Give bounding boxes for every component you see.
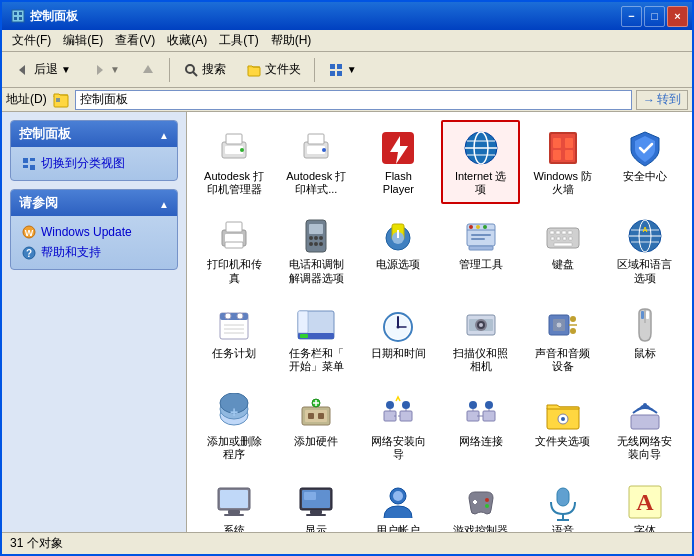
svg-rect-31: [308, 134, 324, 144]
network-wizard-icon: [378, 393, 418, 433]
svg-rect-148: [228, 510, 240, 514]
icon-network-wizard[interactable]: 网络安装向导: [359, 385, 437, 469]
svg-rect-48: [226, 222, 242, 232]
security-center-icon: [625, 128, 665, 168]
svg-rect-73: [562, 231, 566, 234]
icon-game-controllers[interactable]: 游戏控制器: [441, 474, 519, 533]
back-button[interactable]: 后退 ▼: [6, 56, 80, 84]
icon-print-fax[interactable]: 打印机和传真: [195, 208, 273, 292]
sidebar-item-switch-view[interactable]: 切换到分类视图: [17, 153, 171, 174]
icon-network-conn[interactable]: 网络连接: [441, 385, 519, 469]
menu-item[interactable]: 文件(F): [6, 30, 57, 51]
sidebar-section-body-2: W Windows Update ? 帮助和支持: [11, 216, 177, 269]
address-input[interactable]: [75, 90, 632, 110]
scheduled-tasks-icon: [214, 305, 254, 345]
icon-fonts[interactable]: A 字体: [606, 474, 684, 533]
speech-icon: [543, 482, 583, 522]
icon-autodesk-printer[interactable]: Autodesk 打印机管理器: [195, 120, 273, 204]
svg-point-101: [397, 325, 400, 328]
icon-scheduled-tasks[interactable]: 任务计划: [195, 297, 273, 381]
svg-rect-49: [225, 242, 243, 248]
datetime-icon: [378, 305, 418, 345]
svg-point-52: [309, 236, 313, 240]
svg-rect-77: [563, 237, 566, 240]
svg-point-143: [561, 417, 565, 421]
svg-point-109: [556, 322, 562, 328]
sidebar-section-body-1: 切换到分类视图: [11, 147, 177, 180]
icon-add-remove[interactable]: + 添加或删除程序: [195, 385, 273, 469]
search-icon: [183, 62, 199, 78]
sidebar-item-windows-update[interactable]: W Windows Update: [17, 222, 171, 242]
svg-rect-51: [309, 224, 323, 234]
svg-point-137: [485, 401, 493, 409]
folders-button[interactable]: 文件夹: [237, 56, 310, 84]
taskbar-start-icon: [296, 305, 336, 345]
icon-region-lang[interactable]: A 区域和语言选项: [606, 208, 684, 292]
menubar: 文件(F)编辑(E)查看(V)收藏(A)工具(T)帮助(H): [2, 30, 692, 52]
icon-display[interactable]: 显示: [277, 474, 355, 533]
icon-flash-player[interactable]: FlashPlayer: [359, 120, 437, 204]
icon-taskbar-start[interactable]: 任务栏和「开始」菜单: [277, 297, 355, 381]
menu-item[interactable]: 工具(T): [213, 30, 264, 51]
svg-rect-153: [306, 514, 326, 516]
svg-rect-20: [30, 165, 35, 170]
svg-point-65: [476, 225, 480, 229]
svg-rect-68: [471, 238, 485, 240]
menu-item[interactable]: 帮助(H): [265, 30, 318, 51]
icon-keyboard[interactable]: 键盘: [524, 208, 602, 292]
svg-point-8: [186, 65, 194, 73]
menu-item[interactable]: 收藏(A): [161, 30, 213, 51]
svg-point-111: [570, 328, 576, 334]
svg-rect-42: [553, 138, 561, 148]
icon-add-hardware[interactable]: 添加硬件: [277, 385, 355, 469]
svg-rect-161: [557, 488, 569, 506]
views-button[interactable]: ▼: [319, 56, 366, 84]
svg-point-129: [386, 401, 394, 409]
windows-update-icon: W: [21, 224, 37, 240]
main-window: 控制面板 − □ × 文件(F)编辑(E)查看(V)收藏(A)工具(T)帮助(H…: [0, 0, 694, 556]
sidebar-item-help[interactable]: ? 帮助和支持: [17, 242, 171, 263]
menu-item[interactable]: 查看(V): [109, 30, 161, 51]
icon-user-accounts[interactable]: 用户帐户: [359, 474, 437, 533]
add-hardware-icon: [296, 393, 336, 433]
search-button[interactable]: 搜索: [174, 56, 235, 84]
icon-windows-firewall[interactable]: Windows 防火墙: [524, 120, 602, 204]
minimize-button[interactable]: −: [621, 6, 642, 27]
sidebar-section-header-1[interactable]: 控制面板: [11, 121, 177, 147]
icon-scanners[interactable]: 扫描仪和照相机: [441, 297, 519, 381]
icon-mouse[interactable]: 鼠标: [606, 297, 684, 381]
icon-speech[interactable]: 语音: [524, 474, 602, 533]
admin-tools-icon: [461, 216, 501, 256]
icon-sound[interactable]: 声音和音频设备: [524, 297, 602, 381]
sidebar-section-header-2[interactable]: 请参阅: [11, 190, 177, 216]
svg-rect-95: [300, 334, 308, 338]
icon-autodesk-style[interactable]: Autodesk 打印样式...: [277, 120, 355, 204]
menu-item[interactable]: 编辑(E): [57, 30, 109, 51]
svg-rect-78: [569, 237, 572, 240]
icon-wireless-wizard[interactable]: 无线网络安装向导: [606, 385, 684, 469]
maximize-button[interactable]: □: [644, 6, 665, 27]
svg-marker-6: [97, 65, 103, 75]
icon-folder-options[interactable]: 文件夹选项: [524, 385, 602, 469]
close-button[interactable]: ×: [667, 6, 688, 27]
display-icon: [296, 482, 336, 522]
sidebar: 控制面板 切换到分类视图: [2, 112, 187, 532]
icon-security-center[interactable]: 安全中心: [606, 120, 684, 204]
title-buttons: − □ ×: [621, 6, 688, 27]
switch-view-icon: [21, 156, 37, 172]
icon-phone-modem[interactable]: 电话和调制解调器选项: [277, 208, 355, 292]
icon-power[interactable]: 电源选项: [359, 208, 437, 292]
game-controllers-icon: [461, 482, 501, 522]
collapse-icon-1: [159, 127, 169, 142]
up-button[interactable]: [131, 56, 165, 84]
svg-rect-69: [469, 246, 493, 250]
icon-admin-tools[interactable]: 管理工具: [441, 208, 519, 292]
svg-point-53: [314, 236, 318, 240]
icon-datetime[interactable]: 日期和时间: [359, 297, 437, 381]
icon-internet-options[interactable]: Internet 选项: [441, 120, 519, 204]
forward-button[interactable]: ▼: [82, 56, 129, 84]
collapse-icon-2: [159, 196, 169, 211]
svg-rect-11: [330, 64, 335, 69]
icon-system[interactable]: 系统: [195, 474, 273, 533]
go-button[interactable]: → 转到: [636, 90, 688, 110]
